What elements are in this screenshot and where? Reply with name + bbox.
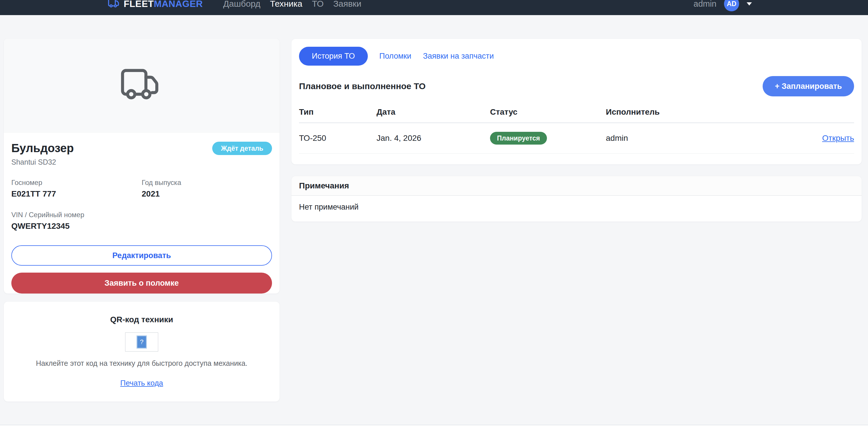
nav-item-maintenance[interactable]: ТО xyxy=(312,0,324,9)
cell-type: ТО-250 xyxy=(299,123,376,154)
qr-image-broken: ? xyxy=(125,332,158,351)
page: FLEETMANAGER Дашборд Техника ТО Заявки a… xyxy=(0,0,868,432)
main-nav: Дашборд Техника ТО Заявки xyxy=(223,0,362,9)
tab-breakdowns[interactable]: Поломки xyxy=(379,52,411,61)
qr-title: QR-код техники xyxy=(4,315,280,324)
qr-hint-text: Наклейте этот код на технику для быстрог… xyxy=(4,359,280,368)
vehicle-card: Бульдозер Ждёт деталь Shantui SD32 Госно… xyxy=(4,39,280,294)
footer-strip xyxy=(0,425,868,432)
edit-button[interactable]: Редактировать xyxy=(11,245,272,266)
truck-logo-icon xyxy=(108,0,120,9)
app-title: FLEETMANAGER xyxy=(124,0,203,9)
vehicle-model: Shantui SD32 xyxy=(11,158,272,166)
cell-executor: admin xyxy=(606,123,790,154)
print-code-link[interactable]: Печать кода xyxy=(120,378,163,388)
field-year: Год выпуска 2021 xyxy=(142,179,272,198)
tabs-bar: История ТО Поломки Заявки на запчасти xyxy=(299,47,854,66)
nav-item-requests[interactable]: Заявки xyxy=(333,0,362,9)
nav-item-dashboard[interactable]: Дашборд xyxy=(223,0,260,9)
notes-empty-text: Нет примечаний xyxy=(291,196,862,219)
top-navbar: FLEETMANAGER Дашборд Техника ТО Заявки a… xyxy=(0,0,868,15)
column-header-status: Статус xyxy=(490,103,606,123)
report-breakdown-button[interactable]: Заявить о поломке xyxy=(11,273,272,294)
notes-card: Примечания Нет примечаний xyxy=(291,176,862,221)
column-header-action xyxy=(790,103,854,123)
schedule-button[interactable]: + Запланировать xyxy=(763,76,854,96)
broken-image-icon: ? xyxy=(136,335,147,349)
section-title: Плановое и выполненное ТО xyxy=(299,81,426,91)
table-row: ТО-250 Jan. 4, 2026 Планируется admin От… xyxy=(299,123,854,154)
column-header-type: Тип xyxy=(299,103,376,123)
vehicle-status-badge: Ждёт деталь xyxy=(212,142,272,155)
cell-date: Jan. 4, 2026 xyxy=(376,123,490,154)
vehicle-name: Бульдозер xyxy=(11,142,74,154)
app-logo[interactable]: FLEETMANAGER xyxy=(108,0,203,9)
status-badge: Планируется xyxy=(490,132,547,145)
cell-status: Планируется xyxy=(490,123,606,154)
field-vin: VIN / Серийный номер QWERTY12345 xyxy=(11,211,142,231)
maintenance-table: Тип Дата Статус Исполнитель ТО-250 Jan. … xyxy=(299,103,854,154)
username-label: admin xyxy=(693,0,716,9)
user-avatar[interactable]: AD xyxy=(724,0,739,11)
tab-history[interactable]: История ТО xyxy=(299,47,368,66)
nav-item-equipment[interactable]: Техника xyxy=(270,0,302,9)
truck-icon xyxy=(120,68,163,104)
column-header-executor: Исполнитель xyxy=(606,103,790,123)
field-plate: Госномер E021TT 777 xyxy=(11,179,142,198)
open-link[interactable]: Открыть xyxy=(822,133,854,143)
chevron-down-icon[interactable] xyxy=(747,2,752,5)
vehicle-image-placeholder xyxy=(4,39,280,133)
qr-card: QR-код техники ? Наклейте этот код на те… xyxy=(4,302,280,402)
maintenance-card: История ТО Поломки Заявки на запчасти Пл… xyxy=(291,39,862,164)
column-header-date: Дата xyxy=(376,103,490,123)
tab-parts-requests[interactable]: Заявки на запчасти xyxy=(423,52,494,61)
notes-title: Примечания xyxy=(291,176,862,196)
